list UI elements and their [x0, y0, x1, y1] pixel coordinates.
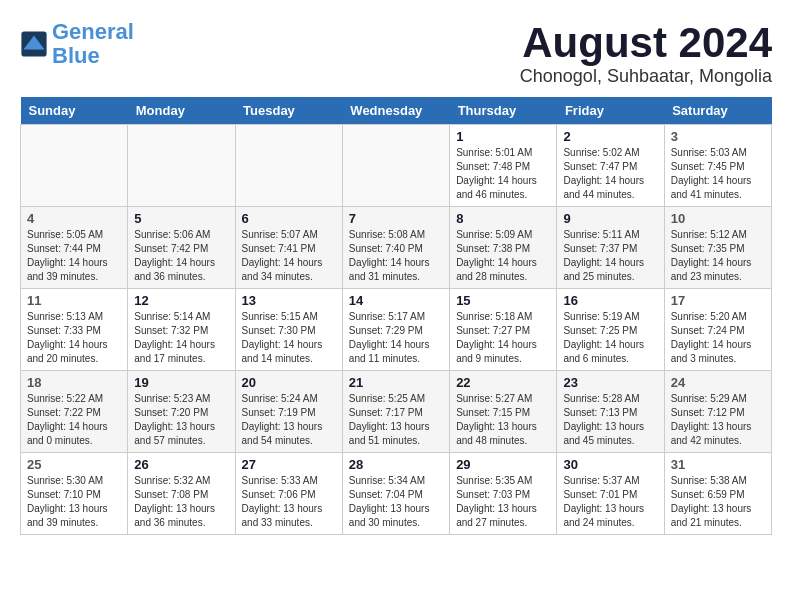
- calendar-cell: 21Sunrise: 5:25 AM Sunset: 7:17 PM Dayli…: [342, 371, 449, 453]
- day-info: Sunrise: 5:01 AM Sunset: 7:48 PM Dayligh…: [456, 146, 550, 202]
- week-row-4: 18Sunrise: 5:22 AM Sunset: 7:22 PM Dayli…: [21, 371, 772, 453]
- logo-line1: General: [52, 19, 134, 44]
- day-number: 28: [349, 457, 443, 472]
- day-info: Sunrise: 5:30 AM Sunset: 7:10 PM Dayligh…: [27, 474, 121, 530]
- day-number: 7: [349, 211, 443, 226]
- weekday-header-wednesday: Wednesday: [342, 97, 449, 125]
- day-number: 19: [134, 375, 228, 390]
- calendar-cell: 26Sunrise: 5:32 AM Sunset: 7:08 PM Dayli…: [128, 453, 235, 535]
- day-info: Sunrise: 5:28 AM Sunset: 7:13 PM Dayligh…: [563, 392, 657, 448]
- calendar-cell: 5Sunrise: 5:06 AM Sunset: 7:42 PM Daylig…: [128, 207, 235, 289]
- day-number: 23: [563, 375, 657, 390]
- day-info: Sunrise: 5:03 AM Sunset: 7:45 PM Dayligh…: [671, 146, 765, 202]
- calendar-cell: 6Sunrise: 5:07 AM Sunset: 7:41 PM Daylig…: [235, 207, 342, 289]
- day-number: 10: [671, 211, 765, 226]
- day-number: 3: [671, 129, 765, 144]
- day-info: Sunrise: 5:34 AM Sunset: 7:04 PM Dayligh…: [349, 474, 443, 530]
- day-number: 12: [134, 293, 228, 308]
- day-info: Sunrise: 5:23 AM Sunset: 7:20 PM Dayligh…: [134, 392, 228, 448]
- calendar-cell: 18Sunrise: 5:22 AM Sunset: 7:22 PM Dayli…: [21, 371, 128, 453]
- calendar-cell: 8Sunrise: 5:09 AM Sunset: 7:38 PM Daylig…: [450, 207, 557, 289]
- calendar-cell: 3Sunrise: 5:03 AM Sunset: 7:45 PM Daylig…: [664, 125, 771, 207]
- day-number: 25: [27, 457, 121, 472]
- calendar-cell: 1Sunrise: 5:01 AM Sunset: 7:48 PM Daylig…: [450, 125, 557, 207]
- calendar-cell: 13Sunrise: 5:15 AM Sunset: 7:30 PM Dayli…: [235, 289, 342, 371]
- day-info: Sunrise: 5:09 AM Sunset: 7:38 PM Dayligh…: [456, 228, 550, 284]
- weekday-header-thursday: Thursday: [450, 97, 557, 125]
- day-info: Sunrise: 5:37 AM Sunset: 7:01 PM Dayligh…: [563, 474, 657, 530]
- logo-line2: Blue: [52, 43, 100, 68]
- day-info: Sunrise: 5:35 AM Sunset: 7:03 PM Dayligh…: [456, 474, 550, 530]
- calendar-cell: [21, 125, 128, 207]
- day-number: 14: [349, 293, 443, 308]
- calendar-table: SundayMondayTuesdayWednesdayThursdayFrid…: [20, 97, 772, 535]
- day-info: Sunrise: 5:24 AM Sunset: 7:19 PM Dayligh…: [242, 392, 336, 448]
- weekday-header-saturday: Saturday: [664, 97, 771, 125]
- day-info: Sunrise: 5:38 AM Sunset: 6:59 PM Dayligh…: [671, 474, 765, 530]
- day-number: 6: [242, 211, 336, 226]
- calendar-cell: 12Sunrise: 5:14 AM Sunset: 7:32 PM Dayli…: [128, 289, 235, 371]
- day-info: Sunrise: 5:20 AM Sunset: 7:24 PM Dayligh…: [671, 310, 765, 366]
- day-number: 20: [242, 375, 336, 390]
- calendar-cell: 4Sunrise: 5:05 AM Sunset: 7:44 PM Daylig…: [21, 207, 128, 289]
- calendar-cell: 9Sunrise: 5:11 AM Sunset: 7:37 PM Daylig…: [557, 207, 664, 289]
- day-number: 17: [671, 293, 765, 308]
- day-info: Sunrise: 5:07 AM Sunset: 7:41 PM Dayligh…: [242, 228, 336, 284]
- day-info: Sunrise: 5:05 AM Sunset: 7:44 PM Dayligh…: [27, 228, 121, 284]
- day-info: Sunrise: 5:14 AM Sunset: 7:32 PM Dayligh…: [134, 310, 228, 366]
- month-title: August 2024: [520, 20, 772, 66]
- day-number: 4: [27, 211, 121, 226]
- calendar-cell: 11Sunrise: 5:13 AM Sunset: 7:33 PM Dayli…: [21, 289, 128, 371]
- weekday-header-tuesday: Tuesday: [235, 97, 342, 125]
- week-row-3: 11Sunrise: 5:13 AM Sunset: 7:33 PM Dayli…: [21, 289, 772, 371]
- page-header: General Blue August 2024 Chonogol, Suhba…: [20, 20, 772, 87]
- calendar-cell: 2Sunrise: 5:02 AM Sunset: 7:47 PM Daylig…: [557, 125, 664, 207]
- weekday-header-friday: Friday: [557, 97, 664, 125]
- day-number: 9: [563, 211, 657, 226]
- calendar-cell: 7Sunrise: 5:08 AM Sunset: 7:40 PM Daylig…: [342, 207, 449, 289]
- day-number: 21: [349, 375, 443, 390]
- calendar-cell: 10Sunrise: 5:12 AM Sunset: 7:35 PM Dayli…: [664, 207, 771, 289]
- calendar-cell: 25Sunrise: 5:30 AM Sunset: 7:10 PM Dayli…: [21, 453, 128, 535]
- day-info: Sunrise: 5:08 AM Sunset: 7:40 PM Dayligh…: [349, 228, 443, 284]
- day-info: Sunrise: 5:33 AM Sunset: 7:06 PM Dayligh…: [242, 474, 336, 530]
- day-info: Sunrise: 5:02 AM Sunset: 7:47 PM Dayligh…: [563, 146, 657, 202]
- day-info: Sunrise: 5:17 AM Sunset: 7:29 PM Dayligh…: [349, 310, 443, 366]
- logo-text: General Blue: [52, 20, 134, 68]
- day-number: 13: [242, 293, 336, 308]
- day-info: Sunrise: 5:18 AM Sunset: 7:27 PM Dayligh…: [456, 310, 550, 366]
- day-info: Sunrise: 5:06 AM Sunset: 7:42 PM Dayligh…: [134, 228, 228, 284]
- day-number: 29: [456, 457, 550, 472]
- day-number: 18: [27, 375, 121, 390]
- day-number: 2: [563, 129, 657, 144]
- day-number: 22: [456, 375, 550, 390]
- day-info: Sunrise: 5:12 AM Sunset: 7:35 PM Dayligh…: [671, 228, 765, 284]
- day-info: Sunrise: 5:29 AM Sunset: 7:12 PM Dayligh…: [671, 392, 765, 448]
- day-info: Sunrise: 5:13 AM Sunset: 7:33 PM Dayligh…: [27, 310, 121, 366]
- day-info: Sunrise: 5:22 AM Sunset: 7:22 PM Dayligh…: [27, 392, 121, 448]
- day-info: Sunrise: 5:11 AM Sunset: 7:37 PM Dayligh…: [563, 228, 657, 284]
- day-info: Sunrise: 5:15 AM Sunset: 7:30 PM Dayligh…: [242, 310, 336, 366]
- calendar-cell: 20Sunrise: 5:24 AM Sunset: 7:19 PM Dayli…: [235, 371, 342, 453]
- day-number: 31: [671, 457, 765, 472]
- calendar-cell: 30Sunrise: 5:37 AM Sunset: 7:01 PM Dayli…: [557, 453, 664, 535]
- logo-icon: [20, 30, 48, 58]
- calendar-cell: [128, 125, 235, 207]
- day-number: 11: [27, 293, 121, 308]
- calendar-cell: 19Sunrise: 5:23 AM Sunset: 7:20 PM Dayli…: [128, 371, 235, 453]
- calendar-cell: 31Sunrise: 5:38 AM Sunset: 6:59 PM Dayli…: [664, 453, 771, 535]
- week-row-1: 1Sunrise: 5:01 AM Sunset: 7:48 PM Daylig…: [21, 125, 772, 207]
- day-info: Sunrise: 5:32 AM Sunset: 7:08 PM Dayligh…: [134, 474, 228, 530]
- calendar-cell: [235, 125, 342, 207]
- calendar-cell: 28Sunrise: 5:34 AM Sunset: 7:04 PM Dayli…: [342, 453, 449, 535]
- calendar-cell: 27Sunrise: 5:33 AM Sunset: 7:06 PM Dayli…: [235, 453, 342, 535]
- calendar-cell: 24Sunrise: 5:29 AM Sunset: 7:12 PM Dayli…: [664, 371, 771, 453]
- day-number: 27: [242, 457, 336, 472]
- location-subtitle: Chonogol, Suhbaatar, Mongolia: [520, 66, 772, 87]
- calendar-cell: 29Sunrise: 5:35 AM Sunset: 7:03 PM Dayli…: [450, 453, 557, 535]
- calendar-cell: 22Sunrise: 5:27 AM Sunset: 7:15 PM Dayli…: [450, 371, 557, 453]
- weekday-header-sunday: Sunday: [21, 97, 128, 125]
- day-info: Sunrise: 5:25 AM Sunset: 7:17 PM Dayligh…: [349, 392, 443, 448]
- day-number: 8: [456, 211, 550, 226]
- calendar-cell: 23Sunrise: 5:28 AM Sunset: 7:13 PM Dayli…: [557, 371, 664, 453]
